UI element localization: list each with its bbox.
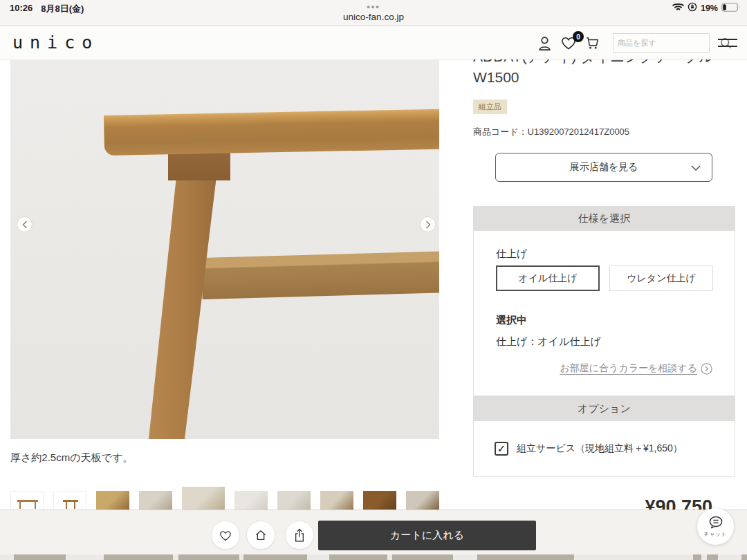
- circle-arrow-icon: [701, 363, 712, 375]
- bottom-toolbar: カートに入れる チャット: [0, 510, 747, 554]
- search-input[interactable]: [614, 39, 720, 47]
- home-button[interactable]: [246, 521, 275, 550]
- product-image: [10, 60, 439, 439]
- battery-icon: [721, 3, 740, 14]
- tab-dots-icon[interactable]: •••: [367, 1, 380, 12]
- options-panel: オプション ✓ 組立サービス（現地組立料＋¥1,650）: [473, 396, 735, 477]
- favorite-button[interactable]: [211, 521, 240, 550]
- chat-label: チャット: [704, 531, 727, 538]
- assembly-option-label: 組立サービス（現地組立料＋¥1,650）: [517, 442, 683, 455]
- gallery-prev-button[interactable]: [17, 216, 33, 232]
- account-icon[interactable]: [536, 35, 553, 55]
- color-consult-link[interactable]: お部屋に合うカラーを相談する: [560, 362, 712, 375]
- finish-option-urethane[interactable]: ウレタン仕上げ: [609, 265, 713, 291]
- gallery-next-button[interactable]: [420, 216, 436, 232]
- menu-icon[interactable]: [718, 39, 737, 47]
- spec-panel-header: 仕様を選択: [473, 206, 735, 231]
- selected-finish-value: 仕上げ：オイル仕上げ: [496, 335, 601, 348]
- assembly-option-row: ✓ 組立サービス（現地組立料＋¥1,650）: [495, 442, 683, 456]
- spec-panel: 仕様を選択 仕上げ オイル仕上げ ウレタン仕上げ 選択中 仕上げ：オイル仕上げ …: [473, 206, 735, 396]
- wishlist-icon[interactable]: 0: [560, 35, 578, 54]
- assembly-service-checkbox[interactable]: ✓: [495, 442, 508, 456]
- share-button[interactable]: [285, 521, 314, 550]
- table-top-graphic: [104, 109, 439, 156]
- status-bar: 10:26 8月8日(金) ••• unico-fan.co.jp 19%: [0, 0, 747, 26]
- product-title-line2: W1500: [473, 67, 736, 88]
- cart-icon[interactable]: [584, 35, 601, 54]
- selected-heading: 選択中: [496, 314, 527, 327]
- show-stores-button[interactable]: 展示店舗を見る: [495, 153, 712, 182]
- battery-percent: 19%: [701, 3, 718, 13]
- product-code: 商品コード：U13920072012417Z0005: [473, 126, 629, 138]
- chat-button[interactable]: チャット: [697, 508, 734, 545]
- table-sketch-icon: [17, 500, 38, 509]
- options-panel-header: オプション: [473, 396, 735, 421]
- safari-ipad-screen: 10:26 8月8日(金) ••• unico-fan.co.jp 19% un…: [0, 0, 747, 560]
- chevron-down-icon: [691, 165, 701, 171]
- table-leg-graphic: [142, 176, 225, 439]
- chat-bubble-icon: [707, 515, 725, 530]
- wishlist-count-badge: 0: [573, 31, 584, 42]
- finish-label: 仕上げ: [496, 248, 527, 261]
- address-bar[interactable]: unico-fan.co.jp: [343, 12, 404, 22]
- next-row-sliver: [0, 554, 747, 560]
- image-caption: 厚さ約2.5cmの天板です。: [10, 451, 133, 465]
- site-header: unico 0: [0, 26, 747, 59]
- rotation-lock-icon: [688, 2, 697, 14]
- wifi-icon: [672, 3, 684, 13]
- unico-logo[interactable]: unico: [12, 32, 99, 53]
- table-stretcher-graphic: [201, 251, 439, 299]
- table-sketch-icon: [63, 500, 78, 509]
- add-to-cart-button[interactable]: カートに入れる: [318, 521, 536, 550]
- date: 8月8日(金): [41, 3, 84, 15]
- assembly-required-badge: 組立品: [473, 100, 507, 114]
- finish-option-oil[interactable]: オイル仕上げ: [496, 265, 600, 291]
- clock: 10:26: [10, 3, 33, 15]
- search-box: [613, 33, 710, 53]
